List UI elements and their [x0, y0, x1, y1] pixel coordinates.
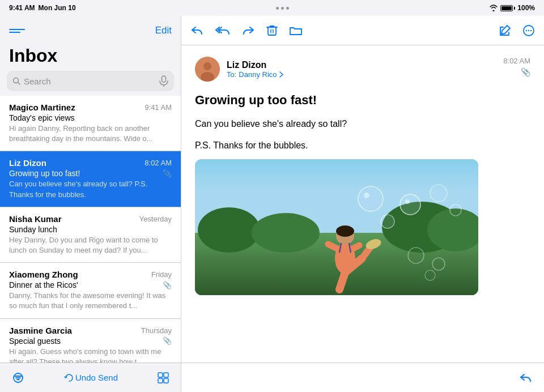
attachment-icon: 📎 [163, 281, 172, 289]
svg-point-34 [358, 186, 383, 211]
reply-bottom-button[interactable] [519, 372, 533, 384]
sender-avatar [195, 57, 220, 82]
mail-time: Friday [151, 270, 172, 279]
mail-item-selected[interactable]: Liz Dizon 8:02 AM Growing up too fast! 📎… [0, 151, 181, 207]
toolbar-icons-left [190, 24, 303, 37]
undo-send-label: Undo Send [75, 373, 118, 382]
svg-point-32 [381, 215, 394, 228]
inbox-title: Inbox [0, 45, 181, 71]
search-icon [12, 77, 20, 85]
email-content: Liz Dizon To: Danny Rico 8:02 AM 📎 [181, 45, 544, 363]
filter-icon [11, 372, 25, 384]
mail-sender: Liz Dizon [9, 158, 46, 168]
toolbar-icons-right [499, 24, 535, 37]
mail-subject-row: Growing up too fast! 📎 [9, 169, 172, 178]
mail-subject: Today's epic views [9, 113, 75, 122]
window-button[interactable] [157, 372, 169, 384]
svg-rect-10 [158, 378, 163, 383]
trash-icon [266, 24, 278, 37]
svg-rect-8 [158, 373, 163, 377]
attachment-icon: 📎 [163, 336, 172, 345]
email-sender-info: Liz Dizon To: Danny Rico [195, 57, 283, 82]
battery-percent: 100% [517, 4, 535, 12]
mail-time: 8:02 AM [144, 159, 172, 167]
svg-line-48 [339, 272, 345, 289]
forward-button[interactable] [241, 25, 255, 36]
delete-button[interactable] [266, 24, 278, 37]
compose-button[interactable] [499, 24, 511, 37]
mail-time: Thursday [141, 326, 172, 335]
compose-icon [499, 24, 511, 37]
mail-item[interactable]: Jasmine Garcia Thursday Special guests 📎… [0, 319, 181, 363]
email-photo [195, 159, 478, 295]
status-time: 9:41 AM [9, 4, 35, 12]
status-bar-left: 9:41 AM Mon Jun 10 [9, 4, 76, 12]
status-bar-right: 100% [489, 4, 535, 12]
mail-item-header: Magico Martinez 9:41 AM [9, 103, 172, 112]
folder-icon [289, 25, 303, 36]
mail-subject: Growing up too fast! [9, 169, 80, 178]
mail-subject-row: Special guests 📎 [9, 336, 172, 346]
reply-button[interactable] [190, 25, 204, 36]
chevron-right-icon [279, 71, 283, 78]
mail-subject-row: Today's epic views [9, 113, 172, 122]
toolbar-dot-1 [276, 7, 279, 10]
mail-subject: Sunday lunch [9, 225, 57, 234]
search-bar[interactable]: Search [7, 71, 174, 91]
sidebar-toggle-button[interactable] [9, 24, 25, 37]
mail-sender: Xiaomeng Zhong [9, 270, 78, 279]
undo-icon [64, 373, 73, 382]
window-icon [157, 372, 169, 384]
email-header: Liz Dizon To: Danny Rico 8:02 AM 📎 [195, 57, 530, 82]
mail-sender: Magico Martinez [9, 103, 75, 112]
reply-icon [190, 25, 204, 36]
svg-rect-9 [164, 373, 168, 377]
sender-details: Liz Dizon To: Danny Rico [227, 60, 283, 79]
right-panel: Liz Dizon To: Danny Rico 8:02 AM 📎 [181, 16, 544, 392]
status-day: Mon Jun 10 [39, 4, 76, 12]
mail-list: Magico Martinez 9:41 AM Today's epic vie… [0, 96, 181, 363]
svg-rect-2 [162, 76, 166, 82]
wifi-icon [489, 5, 498, 11]
svg-point-25 [252, 213, 320, 253]
sender-name: Liz Dizon [227, 60, 283, 70]
edit-button[interactable]: Edit [155, 25, 172, 36]
email-time-attach: 8:02 AM 📎 [503, 57, 530, 76]
mail-preview: Hi again. Guess who's coming to town wit… [9, 347, 172, 363]
attachment-icon: 📎 [163, 169, 172, 178]
svg-point-30 [405, 199, 410, 204]
reply-all-button[interactable] [215, 25, 230, 36]
left-panel: Edit Inbox Search Magico Martinez 9 [0, 16, 181, 392]
toggle-bar-1 [9, 29, 25, 30]
mail-item[interactable]: Magico Martinez 9:41 AM Today's epic vie… [0, 96, 181, 151]
right-toolbar [181, 16, 544, 45]
email-body-paragraph-2: P.S. Thanks for the bubbles. [195, 138, 530, 153]
forward-icon [241, 25, 255, 36]
mail-item-header: Liz Dizon 8:02 AM [9, 158, 172, 168]
toolbar-dot-2 [281, 7, 284, 10]
left-toolbar: Edit [0, 16, 181, 45]
to-name: Danny Rico [239, 70, 277, 79]
more-button[interactable] [522, 24, 535, 37]
svg-point-44 [336, 225, 354, 237]
move-to-folder-button[interactable] [289, 25, 303, 36]
mail-item[interactable]: Nisha Kumar Yesterday Sunday lunch Hey D… [0, 207, 181, 263]
right-bottom-bar [181, 363, 544, 392]
status-bar: 9:41 AM Mon Jun 10 100% [0, 0, 544, 16]
reply-all-icon [215, 25, 230, 36]
microphone-icon[interactable] [159, 75, 168, 87]
mail-item[interactable]: Xiaomeng Zhong Friday Dinner at the Rico… [0, 263, 181, 318]
svg-point-16 [526, 29, 527, 31]
svg-point-18 [530, 29, 532, 31]
mail-preview: Hi again Danny, Reporting back on anothe… [9, 123, 172, 144]
mail-sender: Jasmine Garcia [9, 326, 72, 335]
mail-item-header: Jasmine Garcia Thursday [9, 326, 172, 335]
mail-item-header: Xiaomeng Zhong Friday [9, 270, 172, 279]
mail-preview: Danny, Thanks for the awesome evening! I… [9, 291, 172, 311]
undo-send-button[interactable]: Undo Send [64, 373, 118, 382]
mail-subject-row: Dinner at the Ricos' 📎 [9, 280, 172, 289]
battery-icon [500, 5, 515, 11]
svg-point-24 [198, 207, 260, 253]
search-placeholder: Search [24, 76, 156, 86]
filter-button[interactable] [11, 372, 25, 384]
